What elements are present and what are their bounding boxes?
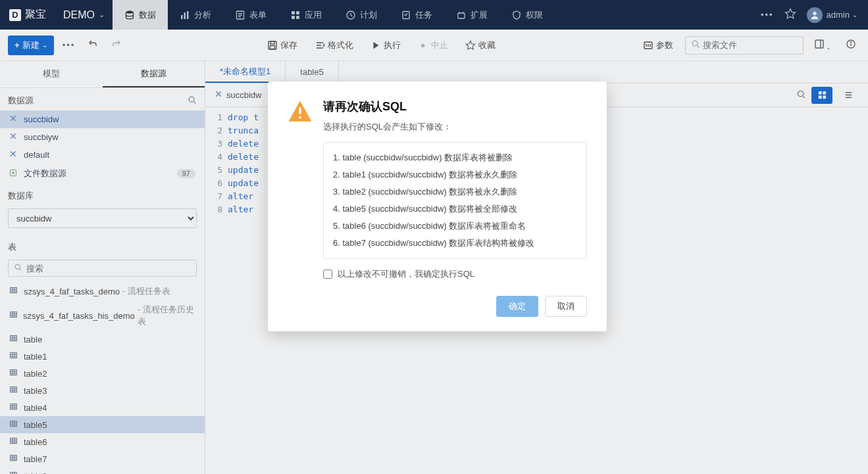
confirm-checkbox[interactable] <box>323 270 332 279</box>
change-item: 5. table6 (succbidw/succbidw) 数据库表将被重命名 <box>333 218 577 235</box>
confirm-label: 以上修改不可撤销，我确定执行SQL <box>338 268 474 280</box>
cancel-button[interactable]: 取消 <box>545 296 587 317</box>
svg-point-107 <box>299 116 301 119</box>
svg-rect-106 <box>299 107 301 114</box>
confirm-checkbox-row[interactable]: 以上修改不可撤销，我确定执行SQL <box>323 268 587 280</box>
change-item: 1. table (succbidw/succbidw) 数据库表将被删除 <box>333 149 577 166</box>
change-item: 4. table5 (succbidw/succbidw) 数据将被全部修改 <box>333 201 577 218</box>
change-list: 1. table (succbidw/succbidw) 数据库表将被删除2. … <box>323 142 587 259</box>
change-item: 2. table1 (succbidw/succbidw) 数据将被永久删除 <box>333 166 577 183</box>
modal-subtitle: 选择执行的SQL会产生如下修改： <box>323 121 451 133</box>
confirm-sql-modal: 请再次确认SQL 选择执行的SQL会产生如下修改： 1. table (succ… <box>268 82 607 331</box>
change-item: 6. table7 (succbidw/succbidw) 数据库表结构将被修改 <box>333 235 577 252</box>
ok-button[interactable]: 确定 <box>496 296 538 317</box>
modal-title: 请再次确认SQL <box>323 99 451 114</box>
warning-icon <box>288 99 313 124</box>
change-item: 3. table2 (succbidw/succbidw) 数据将被永久删除 <box>333 183 577 201</box>
